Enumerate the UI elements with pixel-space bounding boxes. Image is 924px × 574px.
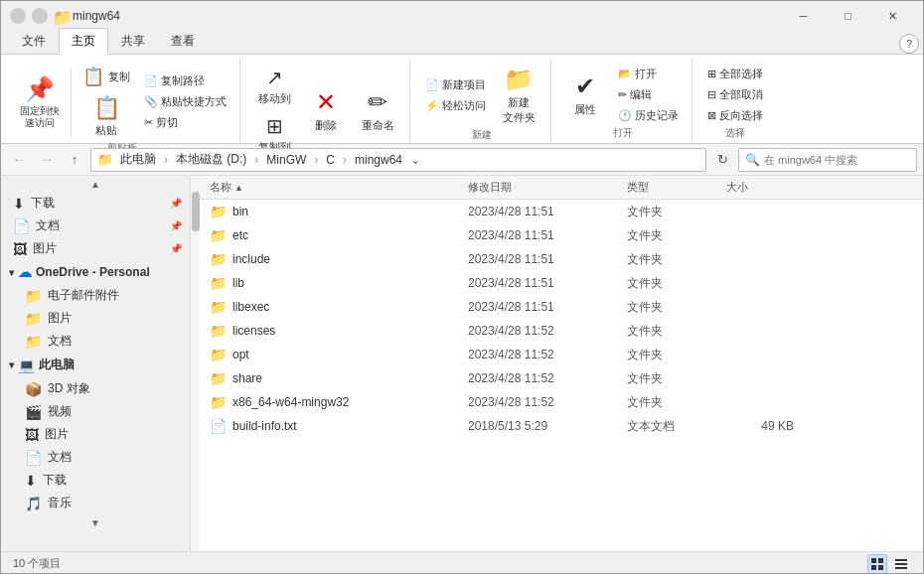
file-type: 文件夹 — [621, 394, 720, 411]
sidebar-pc-pictures[interactable]: 🖼 图片 — [1, 423, 190, 446]
sidebar-item-pictures[interactable]: 🖼 图片 📌 — [1, 237, 190, 260]
new-group-content: 📄 新建项目 ⚡ 轻松访问 📁 新建文件夹 — [420, 59, 542, 128]
table-row[interactable]: 📁 opt 2023/4/28 11:52 文件夹 — [200, 343, 923, 366]
pin-to-quick-access-button[interactable]: 📌 固定到快速访问 — [13, 72, 67, 132]
cut-button[interactable]: ✂ 剪切 — [139, 113, 231, 133]
icon-dot1 — [10, 8, 26, 24]
sidebar-scroll-up[interactable]: ▲ — [1, 176, 190, 192]
file-type: 文件夹 — [621, 347, 720, 363]
tab-file[interactable]: 文件 — [9, 28, 59, 54]
3d-label: 3D 对象 — [48, 380, 90, 397]
window-controls: ─ □ ✕ — [781, 1, 915, 31]
file-date: 2023/4/28 11:51 — [462, 252, 621, 266]
pc-pictures-label: 图片 — [45, 426, 69, 443]
sidebar-pc-documents[interactable]: 📄 文档 — [1, 446, 190, 469]
email-attachments-label: 电子邮件附件 — [48, 287, 119, 304]
up-button[interactable]: ↑ — [63, 148, 86, 172]
table-row[interactable]: 📁 libexec 2023/4/28 11:51 文件夹 — [200, 295, 923, 319]
table-row[interactable]: 📁 etc 2023/4/28 11:51 文件夹 — [200, 223, 923, 247]
refresh-button[interactable]: ↻ — [710, 148, 734, 172]
view-detail-button[interactable] — [891, 554, 911, 574]
sidebar-scrollbar[interactable] — [190, 176, 200, 551]
new-folder-button[interactable]: 📁 新建文件夹 — [495, 63, 542, 128]
sidebar-item-downloads[interactable]: ⬇ 下载 📌 — [1, 192, 190, 215]
downloads-icon: ⬇ — [13, 196, 25, 212]
breadcrumb-dropdown[interactable]: ⌄ — [410, 153, 420, 167]
minimize-button[interactable]: ─ — [781, 1, 826, 31]
folder-icon: 📁 — [210, 299, 227, 315]
tab-view[interactable]: 查看 — [158, 28, 208, 54]
file-name: 📄 build-info.txt — [204, 418, 462, 434]
sidebar-thispc[interactable]: ▾ 💻 此电脑 — [1, 353, 190, 377]
delete-button[interactable]: ✕ 删除 — [302, 80, 350, 140]
new-item-btns: 📄 新建项目 ⚡ 轻松访问 — [420, 75, 491, 116]
back-button[interactable]: ← — [7, 148, 31, 172]
sidebar-3d-objects[interactable]: 📦 3D 对象 — [1, 377, 190, 400]
breadcrumb-c[interactable]: C — [323, 152, 338, 168]
cut-icon: ✂ — [144, 116, 153, 129]
properties-button[interactable]: ✔ 属性 — [561, 65, 609, 124]
new-item-button[interactable]: 📄 新建项目 — [420, 75, 491, 95]
select-group-content: ⊞ 全部选择 ⊟ 全部取消 ⊠ 反向选择 — [702, 59, 768, 126]
file-date: 2023/4/28 11:52 — [462, 348, 621, 361]
column-header-size[interactable]: 大小 — [720, 176, 800, 199]
file-list: 📁 bin 2023/4/28 11:51 文件夹 📁 etc 2023/4/2… — [200, 200, 923, 551]
edit-button[interactable]: ✏ 编辑 — [613, 84, 684, 104]
table-row[interactable]: 📁 share 2023/4/28 11:52 文件夹 — [200, 366, 923, 390]
table-row[interactable]: 📁 licenses 2023/4/28 11:52 文件夹 — [200, 319, 923, 343]
move-to-button[interactable]: ↗ 移动到 — [250, 63, 298, 109]
column-header-date[interactable]: 修改日期 — [462, 176, 621, 199]
paste-shortcut-icon: 📎 — [144, 95, 158, 108]
column-header-type[interactable]: 类型 — [621, 176, 720, 199]
copy-path-button[interactable]: 📄 复制路径 — [139, 72, 231, 91]
table-row[interactable]: 📁 lib 2023/4/28 11:51 文件夹 — [200, 271, 923, 295]
rename-button[interactable]: ✏ 重命名 — [354, 80, 401, 140]
breadcrumb-thispc[interactable]: 此电脑 — [117, 150, 159, 169]
sidebar-videos[interactable]: 🎬 视频 — [1, 400, 190, 423]
breadcrumb-sep2: › — [254, 153, 258, 167]
search-input[interactable] — [764, 154, 910, 166]
scrollbar-thumb[interactable] — [192, 192, 200, 231]
sidebar-music[interactable]: 🎵 音乐 — [1, 492, 190, 514]
pin-indicator2: 📌 — [170, 220, 182, 231]
help-button[interactable]: ? — [899, 34, 919, 54]
table-row[interactable]: 📁 include 2023/4/28 11:51 文件夹 — [200, 247, 923, 271]
open-label: 打开 — [613, 126, 633, 143]
pc-downloads-label: 下载 — [43, 472, 67, 489]
sidebar-scroll-down[interactable]: ▼ — [1, 514, 190, 530]
table-row[interactable]: 📁 x86_64-w64-mingw32 2023/4/28 11:52 文件夹 — [200, 390, 923, 414]
copy-button[interactable]: 📋 复制 — [76, 63, 137, 90]
maximize-button[interactable]: □ — [826, 1, 870, 31]
sidebar-item-documents[interactable]: 📄 文档 📌 — [1, 215, 190, 237]
breadcrumb-mingw64[interactable]: mingw64 — [352, 152, 405, 168]
address-bar[interactable]: 📁 此电脑 › 本地磁盘 (D:) › MinGW › C › mingw64 … — [90, 148, 706, 172]
select-none-button[interactable]: ⊟ 全部取消 — [702, 84, 768, 104]
search-bar[interactable]: 🔍 — [738, 148, 917, 172]
new-item-label: 新建项目 — [442, 77, 486, 92]
select-label: 选择 — [725, 126, 745, 143]
select-all-button[interactable]: ⊞ 全部选择 — [702, 64, 768, 83]
open-button[interactable]: 📂 打开 — [613, 64, 684, 83]
sidebar-pc-downloads[interactable]: ⬇ 下载 — [1, 469, 190, 492]
column-header-name[interactable]: 名称 ▲ — [204, 176, 462, 199]
sidebar-onedrive[interactable]: ▾ ☁ OneDrive - Personal — [1, 260, 190, 284]
invert-select-button[interactable]: ⊠ 反向选择 — [702, 105, 768, 125]
file-type: 文件夹 — [621, 323, 720, 340]
table-row[interactable]: 📄 build-info.txt 2018/5/13 5:29 文本文档 49 … — [200, 414, 923, 438]
view-grid-button[interactable] — [867, 554, 887, 574]
breadcrumb-mingw[interactable]: MinGW — [263, 152, 309, 168]
history-button[interactable]: 🕐 历史记录 — [613, 105, 684, 125]
tab-home[interactable]: 主页 — [59, 28, 108, 55]
paste-button[interactable]: 📋 粘贴 — [76, 92, 137, 141]
tab-share[interactable]: 共享 — [108, 28, 158, 54]
table-row[interactable]: 📁 bin 2023/4/28 11:51 文件夹 — [200, 200, 923, 223]
breadcrumb-drive[interactable]: 本地磁盘 (D:) — [173, 150, 249, 169]
folder-icon: 📁 — [53, 8, 69, 24]
sidebar-onedrive-documents[interactable]: 📁 文档 — [1, 330, 190, 353]
close-button[interactable]: ✕ — [870, 1, 915, 31]
easy-access-button[interactable]: ⚡ 轻松访问 — [420, 96, 491, 116]
sidebar-onedrive-pictures[interactable]: 📁 图片 — [1, 307, 190, 330]
forward-button[interactable]: → — [35, 148, 59, 172]
sidebar-email-attachments[interactable]: 📁 电子邮件附件 — [1, 284, 190, 307]
paste-shortcut-button[interactable]: 📎 粘贴快捷方式 — [139, 92, 231, 112]
